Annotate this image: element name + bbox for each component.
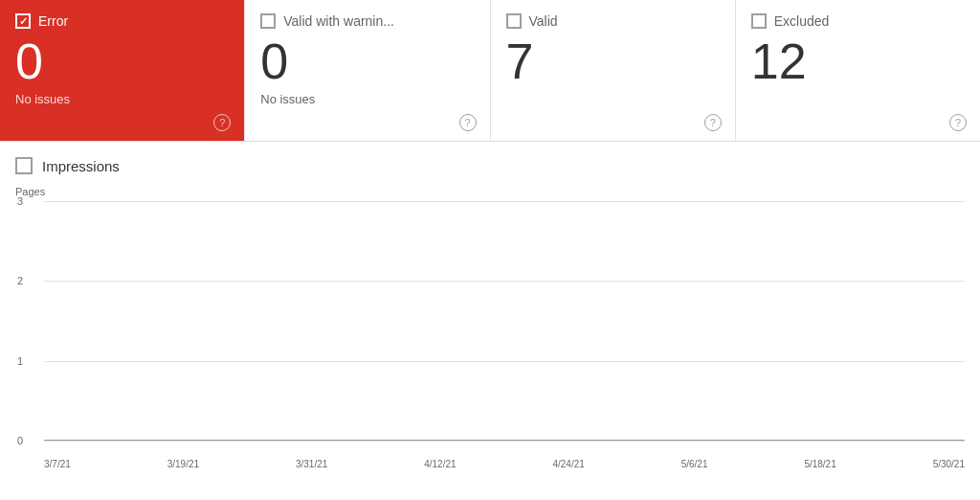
status-cards: Error 0 No issues ? Valid with warnin...… <box>0 0 980 142</box>
x-label-1: 3/19/21 <box>167 459 199 469</box>
excluded-label: Excluded <box>774 13 830 29</box>
valid-warning-label: Valid with warnin... <box>283 13 394 29</box>
impressions-label: Impressions <box>42 158 120 174</box>
excluded-count: 12 <box>751 36 965 86</box>
x-label-0: 3/7/21 <box>44 459 71 469</box>
valid-warning-status: No issues <box>260 92 474 106</box>
valid-warning-checkbox[interactable] <box>260 13 276 29</box>
valid-warning-header: Valid with warnin... <box>260 13 474 29</box>
grid-line-1: 1 <box>44 361 965 362</box>
valid-warning-count: 0 <box>260 36 474 86</box>
x-label-5: 5/6/21 <box>681 459 708 469</box>
excluded-help-icon[interactable]: ? <box>949 114 967 131</box>
x-label-6: 5/18/21 <box>804 459 835 469</box>
error-count: 0 <box>15 36 229 86</box>
impressions-section: Impressions <box>0 142 980 174</box>
excluded-header: Excluded <box>751 13 965 29</box>
error-card[interactable]: Error 0 No issues ? <box>0 0 245 141</box>
x-label-3: 4/12/21 <box>424 459 456 469</box>
error-help-icon[interactable]: ? <box>213 114 231 131</box>
y-axis-label: Pages <box>15 186 965 197</box>
valid-count: 7 <box>506 36 720 86</box>
valid-card[interactable]: Valid 7 ? <box>491 0 736 141</box>
error-card-header: Error <box>15 13 229 29</box>
x-axis-line <box>44 440 965 441</box>
x-label-4: 4/24/21 <box>552 459 584 469</box>
error-checkbox[interactable] <box>15 13 31 29</box>
excluded-card[interactable]: Excluded 12 ? <box>736 0 980 141</box>
x-label-7: 5/30/21 <box>933 459 965 469</box>
chart-container: 3 2 1 0 3/7/21 3/19/21 3/31/21 4/12/21 4… <box>15 201 965 469</box>
error-label: Error <box>38 13 68 29</box>
valid-label: Valid <box>529 13 558 29</box>
x-label-2: 3/31/21 <box>296 459 327 469</box>
grid-label-0: 0 <box>17 435 23 446</box>
grid-label-3: 3 <box>17 195 23 207</box>
chart-area: Pages 3 2 1 0 3/7/21 3/19/21 <box>0 186 980 469</box>
grid-label-2: 2 <box>17 275 23 286</box>
valid-header: Valid <box>506 13 720 29</box>
grid-label-1: 1 <box>17 355 23 367</box>
excluded-checkbox[interactable] <box>751 13 767 29</box>
valid-warning-help-icon[interactable]: ? <box>459 114 477 131</box>
error-status: No issues <box>15 92 229 106</box>
valid-help-icon[interactable]: ? <box>704 114 722 131</box>
impressions-checkbox[interactable] <box>15 157 33 174</box>
grid-line-2: 2 <box>44 281 965 282</box>
grid-lines: 3 2 1 0 <box>44 201 965 441</box>
impressions-header: Impressions <box>15 157 965 174</box>
grid-line-3: 3 <box>44 201 965 202</box>
grid-line-0: 0 <box>44 441 965 442</box>
x-axis-labels: 3/7/21 3/19/21 3/31/21 4/12/21 4/24/21 5… <box>44 459 965 469</box>
valid-checkbox[interactable] <box>506 13 522 29</box>
valid-warning-card[interactable]: Valid with warnin... 0 No issues ? <box>245 0 490 141</box>
